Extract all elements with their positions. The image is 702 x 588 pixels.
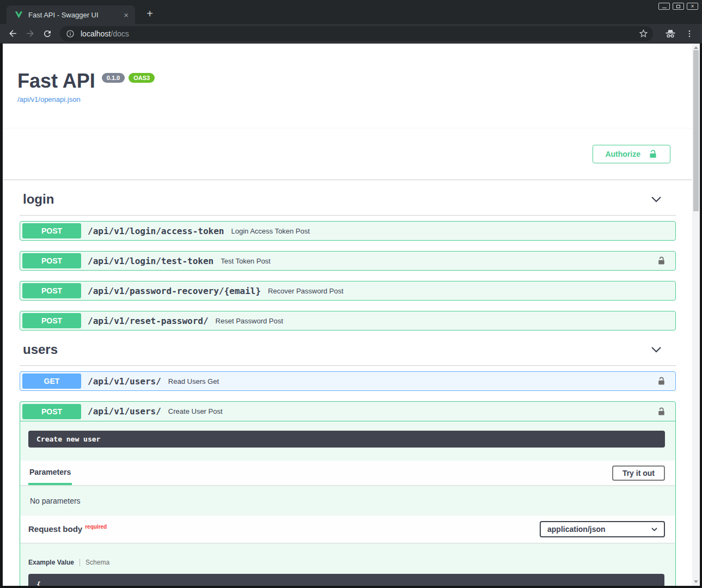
no-parameters-text: No parameters bbox=[20, 485, 675, 516]
browser-toolbar: localhost/docs bbox=[0, 24, 702, 44]
op-description: Create new user bbox=[28, 431, 665, 448]
chevron-down-icon[interactable] bbox=[651, 196, 662, 203]
window-controls: × bbox=[658, 3, 698, 10]
scrollbar-up-arrow[interactable] bbox=[694, 46, 698, 49]
tab-divider bbox=[80, 559, 80, 566]
browser-titlebar: Fast API - Swagger UI × + × bbox=[0, 0, 702, 24]
page-info-icon[interactable] bbox=[66, 29, 75, 38]
content-type-value: application/json bbox=[547, 525, 606, 534]
parameters-tab[interactable]: Parameters bbox=[28, 461, 72, 485]
window-close-button[interactable]: × bbox=[687, 3, 698, 10]
op-row-password-recovery[interactable]: POST /api/v1/password-recovery/{email} R… bbox=[20, 281, 676, 301]
unlock-icon bbox=[648, 149, 658, 159]
reload-button[interactable] bbox=[40, 27, 54, 41]
forward-button[interactable] bbox=[23, 27, 37, 41]
op-path: /api/v1/password-recovery/{email} bbox=[88, 286, 261, 296]
content-type-select[interactable]: application/json bbox=[540, 521, 665, 537]
tag-header-users[interactable]: users bbox=[20, 341, 676, 366]
tag-name: login bbox=[23, 191, 54, 207]
favicon-v-icon bbox=[15, 11, 23, 19]
url-text[interactable]: localhost/docs bbox=[81, 29, 129, 38]
op-path: /api/v1/login/access-token bbox=[88, 226, 224, 236]
tag-header-login[interactable]: login bbox=[20, 191, 676, 216]
tab-close-icon[interactable]: × bbox=[121, 10, 131, 20]
lock-icon[interactable] bbox=[657, 256, 666, 266]
example-value-tab[interactable]: Example Value bbox=[28, 559, 74, 566]
method-badge: POST bbox=[22, 253, 81, 268]
minimize-icon bbox=[662, 8, 667, 8]
scheme-container: Authorize bbox=[3, 128, 692, 179]
select-chevron-icon bbox=[651, 528, 657, 531]
op-path: /api/v1/login/test-token bbox=[88, 256, 213, 266]
page-viewport: Fast API 0.1.0 OAS3 /api/v1/openapi.json… bbox=[3, 44, 700, 586]
browser-tab[interactable]: Fast API - Swagger UI × bbox=[7, 5, 135, 24]
method-badge: POST bbox=[22, 223, 81, 238]
bookmark-star-icon[interactable] bbox=[638, 28, 649, 39]
method-badge: POST bbox=[22, 283, 81, 298]
schema-tab[interactable]: Schema bbox=[86, 559, 109, 566]
openapi-spec-link[interactable]: /api/v1/openapi.json bbox=[17, 95, 81, 103]
request-body-header: Request bodyrequired application/json bbox=[20, 516, 675, 543]
swagger-page: Fast API 0.1.0 OAS3 /api/v1/openapi.json… bbox=[3, 44, 692, 586]
operations-wrapper: login POST /api/v1/login/access-token Lo… bbox=[3, 179, 692, 586]
op-row-reset-password[interactable]: POST /api/v1/reset-password/ Reset Passw… bbox=[20, 311, 676, 330]
op-path: /api/v1/users/ bbox=[88, 376, 161, 387]
scrollbar-thumb[interactable] bbox=[693, 50, 699, 211]
method-badge: POST bbox=[22, 313, 81, 328]
op-summary: Create User Post bbox=[168, 407, 223, 415]
opblock-create-user: POST /api/v1/users/ Create User Post Cre… bbox=[20, 401, 676, 586]
window-minimize-button[interactable] bbox=[658, 3, 670, 10]
oas3-badge: OAS3 bbox=[129, 73, 155, 83]
lock-icon[interactable] bbox=[657, 407, 666, 416]
url-host: localhost bbox=[81, 29, 111, 38]
authorize-button[interactable]: Authorize bbox=[593, 145, 670, 163]
new-tab-button[interactable]: + bbox=[143, 7, 157, 21]
api-info-section: Fast API 0.1.0 OAS3 /api/v1/openapi.json bbox=[3, 44, 692, 128]
op-path: /api/v1/users/ bbox=[88, 406, 161, 416]
back-button[interactable] bbox=[5, 27, 20, 41]
op-summary: Recover Password Post bbox=[268, 287, 344, 295]
tab-title: Fast API - Swagger UI bbox=[28, 11, 121, 19]
model-example-section: Example Value Schema { bbox=[20, 543, 675, 586]
op-row-login-test-token[interactable]: POST /api/v1/login/test-token Test Token… bbox=[20, 251, 676, 271]
tag-name: users bbox=[23, 341, 58, 358]
parameters-header: Parameters Try it out bbox=[20, 461, 675, 485]
op-row-login-access-token[interactable]: POST /api/v1/login/access-token Login Ac… bbox=[20, 221, 676, 241]
version-badge: 0.1.0 bbox=[102, 73, 125, 83]
browser-menu-icon[interactable] bbox=[682, 27, 697, 41]
op-path: /api/v1/reset-password/ bbox=[88, 316, 209, 326]
authorize-label: Authorize bbox=[605, 150, 640, 158]
address-bar[interactable]: localhost/docs bbox=[60, 26, 653, 41]
example-code-block: { bbox=[28, 574, 664, 586]
tag-operations-users: GET /api/v1/users/ Read Users Get POST /… bbox=[20, 366, 676, 586]
op-summary: Login Access Token Post bbox=[231, 227, 309, 235]
required-label: required bbox=[85, 524, 107, 530]
page-title: Fast API bbox=[17, 70, 95, 93]
method-badge: GET bbox=[22, 373, 81, 389]
url-path: /docs bbox=[111, 29, 129, 38]
op-summary: Read Users Get bbox=[168, 377, 219, 385]
window-maximize-button[interactable] bbox=[673, 3, 684, 10]
chevron-down-icon[interactable] bbox=[651, 346, 662, 353]
op-header-create-user[interactable]: POST /api/v1/users/ Create User Post bbox=[20, 402, 675, 421]
incognito-icon bbox=[663, 27, 677, 41]
op-row-read-users[interactable]: GET /api/v1/users/ Read Users Get bbox=[20, 371, 676, 391]
tag-operations-login: POST /api/v1/login/access-token Login Ac… bbox=[20, 216, 676, 330]
maximize-icon bbox=[676, 5, 680, 8]
method-badge: POST bbox=[22, 404, 81, 419]
request-body-label: Request body bbox=[28, 524, 82, 534]
page-scrollbar[interactable] bbox=[692, 44, 700, 586]
try-it-out-button[interactable]: Try it out bbox=[612, 465, 665, 481]
op-summary: Test Token Post bbox=[221, 257, 271, 265]
lock-icon[interactable] bbox=[657, 376, 666, 386]
op-summary: Reset Password Post bbox=[216, 317, 283, 325]
scrollbar-down-arrow[interactable] bbox=[694, 580, 698, 583]
